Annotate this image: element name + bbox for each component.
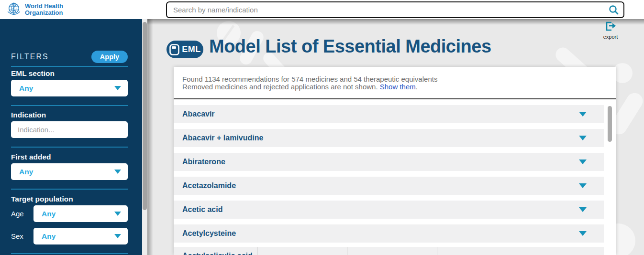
sex-select-value: Any	[42, 232, 114, 241]
expand-caret-icon[interactable]	[579, 231, 587, 236]
filter-label-target-population: Target population	[11, 195, 73, 203]
sidebar-scrollbar-thumb[interactable]	[143, 22, 147, 210]
medicine-row-acetic-acid[interactable]: Acetic acid	[174, 201, 604, 219]
expand-caret-icon[interactable]	[579, 136, 587, 140]
medicine-name: Abacavir + lamivudine	[182, 134, 263, 142]
column-divider	[437, 247, 437, 255]
age-select[interactable]: Any	[33, 205, 128, 222]
filter-label-eml-section: EML section	[11, 69, 55, 78]
results-card: Found 1134 recommendations for 574 medic…	[174, 67, 616, 255]
medicine-name: Acetylsalicylic acid	[182, 252, 253, 255]
medicine-name: Acetazolamide	[182, 181, 236, 190]
column-divider	[347, 247, 347, 255]
book-icon	[169, 43, 180, 56]
results-summary-line2-suffix: .	[416, 83, 418, 91]
medicine-row-abiraterone[interactable]: Abiraterone	[174, 153, 604, 171]
main-content: export EML Model List of Essential Medic…	[147, 19, 644, 255]
results-summary-line2-text: Removed medicines and rejected applicati…	[182, 83, 380, 91]
medicine-name: Acetic acid	[182, 205, 222, 214]
eml-section-select[interactable]: Any	[11, 80, 128, 96]
header-shadow	[147, 19, 644, 25]
results-summary: Found 1134 recommendations for 574 medic…	[182, 75, 437, 90]
expand-caret-icon[interactable]	[579, 183, 587, 188]
medicine-row-acetylcysteine[interactable]: Acetylcysteine	[174, 224, 604, 243]
who-emblem-icon	[6, 1, 22, 18]
expand-caret-icon[interactable]	[579, 159, 587, 164]
eml-badge-label: EML	[182, 44, 201, 54]
sidebar-divider	[11, 253, 128, 254]
who-logo-text: World Health Organization	[25, 3, 63, 16]
chevron-down-icon	[114, 212, 121, 216]
sidebar-divider	[11, 66, 128, 67]
indication-input[interactable]	[11, 121, 128, 138]
medicine-row-acetylsalicylic-acid[interactable]: Acetylsalicylic acid	[174, 247, 604, 255]
who-logo-line2: Organization	[25, 10, 63, 16]
show-them-link[interactable]: Show them	[380, 83, 416, 91]
export-label: export	[598, 34, 623, 40]
summary-divider	[174, 98, 616, 99]
results-summary-line2: Removed medicines and rejected applicati…	[182, 83, 437, 91]
search-bar	[166, 1, 624, 18]
search-input[interactable]	[166, 1, 624, 18]
eml-browser-window: World Health Organization FILTERS Apply …	[0, 0, 644, 255]
filter-label-indication: Indication	[11, 111, 46, 119]
medicine-row-abacavir-lamivudine[interactable]: Abacavir + lamivudine	[174, 129, 604, 147]
age-select-value: Any	[42, 210, 114, 218]
page-title: Model List of Essential Medicines	[209, 36, 491, 57]
filter-label-first-added: First added	[11, 153, 51, 161]
expand-caret-icon[interactable]	[579, 207, 587, 212]
sidebar-shadow	[147, 19, 153, 255]
results-summary-line1: Found 1134 recommendations for 574 medic…	[182, 75, 437, 83]
export-icon	[604, 21, 617, 32]
eml-section-select-value: Any	[19, 84, 114, 93]
who-logo-line1: World Health	[25, 3, 63, 10]
medicine-name: Acetylcysteine	[182, 229, 236, 238]
search-icon[interactable]	[609, 5, 619, 15]
first-added-select[interactable]: Any	[11, 163, 128, 180]
chevron-down-icon	[114, 170, 121, 174]
sidebar-divider	[11, 189, 128, 190]
eml-badge: EML	[167, 41, 203, 58]
sex-select[interactable]: Any	[33, 228, 128, 244]
who-logo[interactable]: World Health Organization	[6, 1, 63, 18]
list-scrollbar-thumb[interactable]	[608, 106, 612, 142]
column-divider	[527, 247, 527, 255]
medicine-name: Abiraterone	[182, 158, 225, 166]
filters-heading: FILTERS	[11, 53, 49, 61]
medicine-row-abacavir[interactable]: Abacavir	[174, 105, 604, 123]
export-button[interactable]: export	[598, 21, 623, 40]
medicine-name: Abacavir	[182, 110, 215, 118]
medicine-row-acetazolamide[interactable]: Acetazolamide	[174, 177, 604, 195]
filters-sidebar: FILTERS Apply EML section Any Indication…	[0, 19, 142, 255]
apply-filters-button[interactable]: Apply	[91, 51, 128, 63]
sidebar-scrollbar[interactable]	[142, 19, 147, 255]
filter-label-sex: Sex	[11, 232, 23, 240]
sidebar-divider	[11, 147, 128, 148]
chevron-down-icon	[114, 234, 121, 238]
first-added-select-value: Any	[19, 168, 114, 176]
sidebar-divider	[11, 105, 128, 106]
top-header-bar: World Health Organization	[0, 0, 644, 19]
column-divider	[257, 247, 257, 255]
expand-caret-icon[interactable]	[579, 112, 587, 117]
chevron-down-icon	[114, 86, 121, 90]
filter-label-age: Age	[11, 210, 24, 218]
